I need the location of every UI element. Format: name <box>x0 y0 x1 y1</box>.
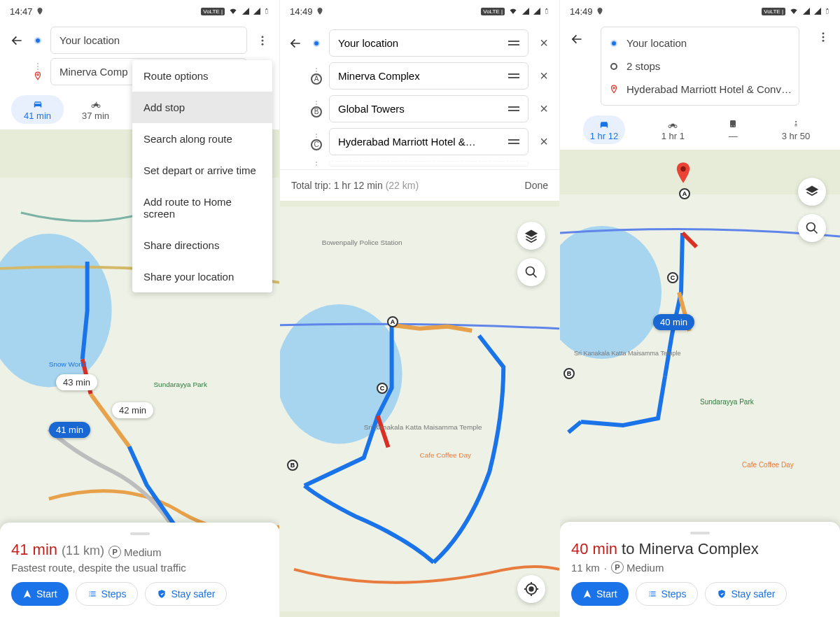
layers-button[interactable] <box>517 222 545 250</box>
wifi-icon <box>227 7 239 15</box>
route-badge-selected[interactable]: 40 min <box>653 314 694 330</box>
menu-add-home-screen[interactable]: Add route to Home screen <box>132 186 272 229</box>
remove-stop-button[interactable]: × <box>536 134 552 150</box>
map-marker-c: C <box>377 383 388 394</box>
svg-rect-15 <box>546 8 547 9</box>
steps-button[interactable]: Steps <box>636 582 699 606</box>
from-input[interactable]: Your location <box>329 29 528 57</box>
map-marker-a: A <box>679 188 690 199</box>
map-marker-c: C <box>667 272 678 283</box>
transport-mode-tabs: 1 hr 12 1 hr 1 — 3 hr 50 <box>560 110 840 150</box>
start-button[interactable]: Start <box>571 582 629 606</box>
menu-share-directions[interactable]: Share directions <box>132 229 272 261</box>
status-time: 14:49 <box>570 6 593 17</box>
menu-add-stop[interactable]: Add stop <box>132 92 272 123</box>
route-bottom-sheet[interactable]: 41 min (11 km) PMedium Fastest route, de… <box>0 523 279 617</box>
signal-icon <box>813 7 822 15</box>
layers-icon <box>524 229 538 243</box>
list-icon <box>648 589 657 599</box>
route-bottom-sheet[interactable]: 40 min to Minerva Complex 11 km· PMedium… <box>560 522 840 617</box>
back-button[interactable] <box>568 31 585 48</box>
route-badge[interactable]: 42 min <box>112 402 153 418</box>
remove-stop-button[interactable]: × <box>536 35 552 51</box>
tab-motorcycle[interactable]: 1 hr 1 <box>654 115 692 144</box>
battery-icon <box>264 6 270 16</box>
remove-stop-button[interactable]: × <box>536 68 552 84</box>
menu-share-location[interactable]: Share your location <box>132 261 272 292</box>
route-dots <box>32 37 43 44</box>
map-canvas[interactable]: Bowenpally Police Station Sri Kanakala K… <box>280 201 559 617</box>
from-input[interactable]: Your location <box>50 27 247 54</box>
stay-safer-button[interactable]: Stay safer <box>705 582 787 606</box>
search-button[interactable] <box>798 214 826 242</box>
svg-point-3 <box>262 39 264 41</box>
svg-point-22 <box>529 587 533 591</box>
start-button[interactable]: Start <box>11 582 69 606</box>
drag-handle-icon[interactable] <box>508 41 519 45</box>
sheet-handle[interactable] <box>690 532 710 534</box>
tab-car[interactable]: 41 min <box>11 95 64 124</box>
car-icon <box>31 98 44 111</box>
menu-set-depart-time[interactable]: Set depart or arrive time <box>132 155 272 186</box>
layers-button[interactable] <box>798 178 826 206</box>
search-button[interactable] <box>517 258 545 286</box>
svg-rect-0 <box>265 9 267 13</box>
list-icon <box>88 589 97 599</box>
car-icon <box>598 118 610 131</box>
overflow-menu-button[interactable] <box>254 34 271 47</box>
svg-point-21 <box>526 267 535 276</box>
parking-indicator: PMedium <box>108 546 161 558</box>
route-dots <box>32 63 43 81</box>
menu-route-options[interactable]: Route options <box>132 60 272 92</box>
overflow-menu-button[interactable] <box>815 31 832 43</box>
volte-icon: VoLTE | <box>481 8 505 15</box>
stay-safer-button[interactable]: Stay safer <box>145 582 227 606</box>
svg-point-41 <box>680 166 685 171</box>
signal-icon <box>522 7 530 15</box>
svg-point-34 <box>734 125 735 126</box>
back-button[interactable] <box>287 35 304 52</box>
route-badge[interactable]: 43 min <box>56 374 97 390</box>
svg-point-29 <box>822 40 825 42</box>
locate-me-button[interactable] <box>517 575 545 603</box>
map-marker-b: B <box>287 460 298 471</box>
svg-text:Sri Kanakala Katta Maisamma Te: Sri Kanakala Katta Maisamma Temple <box>574 350 680 357</box>
drag-handle-icon[interactable] <box>508 139 519 144</box>
add-stop-input[interactable] <box>329 161 528 166</box>
svg-rect-24 <box>826 9 828 13</box>
sheet-handle[interactable] <box>130 532 150 535</box>
route-summary-box[interactable]: Your location 2 stops Hyderabad Marriott… <box>601 27 799 106</box>
walk-icon <box>792 118 800 131</box>
signal-icon <box>253 7 261 15</box>
target-icon <box>524 581 539 597</box>
stop-input-b[interactable]: Global Towers <box>329 95 528 122</box>
svg-text:Snow World: Snow World <box>49 360 87 368</box>
svg-text:Sundarayya Park: Sundarayya Park <box>700 398 755 406</box>
tab-walk[interactable]: 3 hr 50 <box>775 115 817 144</box>
tab-transit[interactable]: — <box>720 115 746 144</box>
tab-car[interactable]: 1 hr 12 <box>583 115 625 144</box>
back-button[interactable] <box>8 32 25 49</box>
navigate-icon <box>22 589 32 599</box>
drag-handle-icon[interactable] <box>508 106 519 111</box>
map-marker-a: A <box>387 316 398 327</box>
remove-stop-button[interactable]: × <box>536 101 552 117</box>
destination-pin-icon <box>609 85 619 94</box>
shield-icon <box>717 589 727 599</box>
drag-handle-icon[interactable] <box>508 73 519 78</box>
stop-input-a[interactable]: Minerva Complex <box>329 62 528 90</box>
status-time: 14:49 <box>290 6 313 17</box>
svg-point-2 <box>262 36 264 38</box>
volte-icon: VoLTE | <box>201 8 225 15</box>
volte-icon: VoLTE | <box>762 8 785 15</box>
tab-motorcycle[interactable]: 37 min <box>69 95 122 124</box>
steps-button[interactable]: Steps <box>76 582 139 606</box>
status-bar: 14:49 VoLTE | <box>280 0 559 22</box>
svg-text:Cafe Coffee Day: Cafe Coffee Day <box>420 451 472 459</box>
route-badge-selected[interactable]: 41 min <box>49 422 90 438</box>
menu-search-along-route[interactable]: Search along route <box>132 123 272 155</box>
done-button[interactable]: Done <box>525 180 548 191</box>
motorcycle-icon <box>666 119 680 130</box>
stop-input-c[interactable]: Hyderabad Marriott Hotel &… <box>329 128 528 155</box>
signal-icon <box>241 7 250 15</box>
